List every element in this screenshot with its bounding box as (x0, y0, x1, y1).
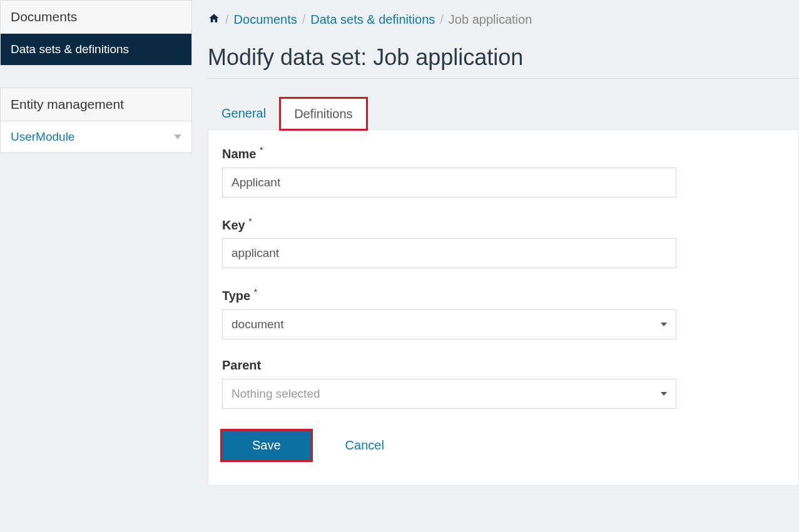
form-group-key: Key * (222, 216, 785, 269)
save-button[interactable]: Save (222, 431, 311, 460)
parent-select[interactable]: Nothing selected (222, 379, 676, 409)
name-input[interactable] (222, 168, 676, 198)
sidebar-item-datasets[interactable]: Data sets & definitions (1, 34, 191, 65)
caret-down-icon (661, 392, 667, 396)
form-group-type: Type * document (222, 287, 785, 339)
name-label: Name * (222, 145, 785, 161)
key-input[interactable] (222, 238, 676, 268)
required-mark: * (260, 145, 263, 155)
parent-label: Parent (222, 358, 785, 373)
key-label: Key * (222, 216, 785, 233)
breadcrumb-documents[interactable]: Documents (234, 13, 297, 27)
sidebar-item-label: UserModule (11, 130, 74, 144)
sidebar-panel-documents: Documents Data sets & definitions (0, 0, 192, 66)
breadcrumb-separator: / (440, 13, 444, 27)
home-icon[interactable] (208, 13, 220, 27)
breadcrumb-separator: / (225, 13, 229, 27)
sidebar-item-label: Data sets & definitions (11, 43, 129, 56)
caret-down-icon (661, 323, 667, 326)
tab-definitions[interactable]: Definitions (280, 98, 367, 130)
type-label: Type * (222, 287, 785, 303)
type-select[interactable]: document (222, 309, 676, 339)
sidebar-panel-entity: Entity management UserModule (0, 88, 192, 153)
sidebar-item-usermodule[interactable]: UserModule (1, 121, 191, 153)
parent-select-value: Nothing selected (232, 387, 320, 401)
required-mark: * (248, 216, 252, 226)
breadcrumb-current: Job application (449, 13, 532, 27)
required-mark: * (254, 287, 257, 297)
breadcrumb-datasets[interactable]: Data sets & definitions (310, 13, 435, 27)
tab-body: Name * Key * Type * document Par (208, 129, 799, 486)
breadcrumb: / Documents / Data sets & definitions / … (208, 0, 799, 33)
chevron-down-icon (174, 134, 181, 139)
page-title: Modify data set: Job application (208, 44, 799, 71)
main-content: / Documents / Data sets & definitions / … (192, 0, 799, 532)
sidebar-header-documents: Documents (1, 1, 191, 34)
sidebar: Documents Data sets & definitions Entity… (0, 0, 192, 532)
breadcrumb-separator: / (302, 13, 306, 27)
sidebar-header-entity: Entity management (1, 88, 191, 121)
cancel-button[interactable]: Cancel (345, 438, 384, 453)
type-select-value: document (232, 318, 283, 331)
divider (208, 78, 799, 79)
form-group-parent: Parent Nothing selected (222, 358, 785, 409)
actions: Save Cancel (222, 431, 785, 460)
form-group-name: Name * (222, 145, 785, 198)
tabs: General Definitions (208, 98, 799, 130)
tab-general[interactable]: General (208, 98, 280, 130)
